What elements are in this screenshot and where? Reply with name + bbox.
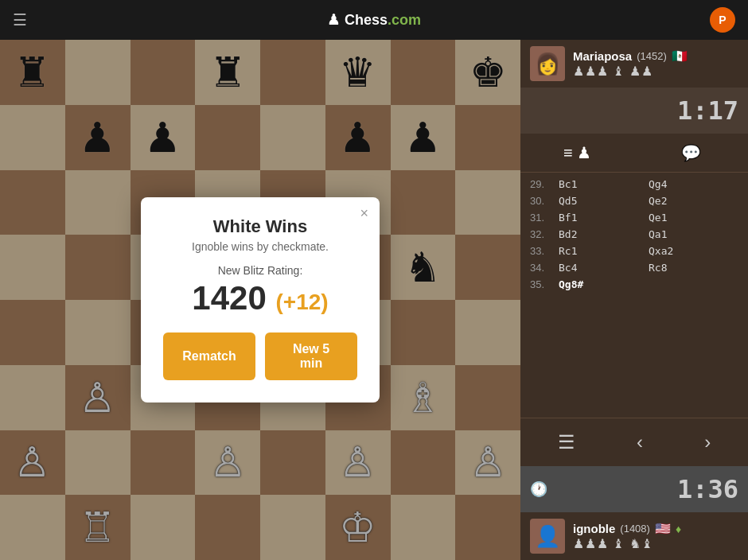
opponent-avatar: 👩: [530, 46, 565, 81]
player-avatar: 👤: [530, 519, 565, 554]
modal-title: White Wins: [163, 216, 357, 237]
move-white: Bc1: [559, 178, 649, 190]
moves-tab-icon: ≡ ♟: [563, 144, 591, 161]
player-name: ignoble: [573, 522, 615, 535]
rating-value: 1420 (+12): [163, 280, 357, 317]
move-number: 31.: [530, 212, 559, 224]
modal-subtitle: Ignoble wins by checkmate.: [163, 240, 357, 253]
nav-prev-button[interactable]: ‹: [627, 426, 653, 458]
move-row[interactable]: 35. Qg8#: [520, 276, 748, 293]
tab-moves[interactable]: ≡ ♟: [520, 138, 634, 167]
move-white: Bc4: [559, 262, 649, 274]
top-bar: ☰ ♟ Chess.com P: [0, 0, 748, 40]
timer-bottom-value: 1:36: [554, 474, 738, 504]
move-number: 35.: [530, 278, 559, 290]
move-black: Qa1: [649, 228, 738, 240]
timer-top-value: 1:17: [677, 95, 738, 126]
timer-top: 1:17: [520, 88, 748, 134]
move-white: Bf1: [559, 212, 649, 224]
right-panel: 👩 Mariaposa (1452) 🇲🇽 ♟♟♟ ♝ ♟♟ 1:17 ≡ ♟ …: [520, 40, 748, 560]
tab-chat[interactable]: 💬: [634, 138, 748, 167]
rematch-button[interactable]: Rematch: [163, 332, 255, 380]
logo: ♟ Chess.com: [327, 11, 421, 29]
move-black: Qxa2: [649, 245, 738, 257]
move-white: Rc1: [559, 245, 649, 257]
opponent-info: 👩 Mariaposa (1452) 🇲🇽 ♟♟♟ ♝ ♟♟: [520, 40, 748, 88]
menu-icon[interactable]: ☰: [13, 10, 27, 29]
opponent-name: Mariaposa: [573, 49, 632, 63]
move-black: Qe2: [649, 195, 738, 207]
timer-bottom: 🕐 1:36: [520, 466, 748, 512]
rating-label: New Blitz Rating:: [163, 264, 357, 277]
nav-list-button[interactable]: ☰: [548, 426, 585, 458]
move-number: 32.: [530, 228, 559, 240]
modal-buttons: Rematch New 5 min: [163, 332, 357, 380]
move-white: Bd2: [559, 228, 649, 240]
main-layout: ♜♜♛♚♟♟♟♟♟♞♙♙♗♙♙♙♙♖♔ × White Wins Ignoble…: [0, 40, 748, 560]
rating-change: (+12): [275, 290, 328, 314]
player-flag: 🇺🇸: [655, 521, 671, 536]
opponent-rating: (1452): [637, 50, 667, 62]
logo-text: Chess.com: [345, 12, 421, 29]
opponent-name-rating: Mariaposa (1452) 🇲🇽 ♟♟♟ ♝ ♟♟: [573, 49, 738, 79]
chat-tab-icon: 💬: [681, 144, 701, 161]
move-black: Qe1: [649, 212, 738, 224]
nav-next-button[interactable]: ›: [695, 426, 720, 458]
moves-tabs: ≡ ♟ 💬: [520, 134, 748, 173]
move-row[interactable]: 31. Bf1 Qe1: [520, 209, 748, 226]
player-name-rating: ignoble (1408) 🇺🇸 ♦ ♟♟♟ ♝ ♞♝: [573, 521, 738, 551]
move-number: 33.: [530, 245, 559, 257]
move-white: Qd5: [559, 195, 649, 207]
game-result-modal: × White Wins Ignoble wins by checkmate. …: [141, 197, 380, 402]
board-area: ♜♜♛♚♟♟♟♟♟♞♙♙♗♙♙♙♙♖♔ × White Wins Ignoble…: [0, 40, 520, 560]
move-row[interactable]: 34. Bc4 Rc8: [520, 259, 748, 276]
move-number: 29.: [530, 178, 559, 190]
moves-list: 29. Bc1 Qg4 30. Qd5 Qe2 31. Bf1 Qe1 32. …: [520, 173, 748, 418]
opponent-pieces: ♟♟♟ ♝ ♟♟: [573, 64, 738, 79]
move-black: Rc8: [649, 262, 738, 274]
move-row[interactable]: 33. Rc1 Qxa2: [520, 243, 748, 259]
opponent-flag: 🇲🇽: [672, 49, 688, 64]
clock-icon: 🕐: [530, 480, 547, 498]
move-number: 34.: [530, 262, 559, 274]
move-white: Qg8#: [559, 278, 649, 290]
player-pieces: ♟♟♟ ♝ ♞♝: [573, 536, 738, 551]
move-black: Qg4: [649, 178, 738, 190]
modal-close-button[interactable]: ×: [360, 205, 368, 222]
modal-overlay: × White Wins Ignoble wins by checkmate. …: [0, 40, 520, 560]
player-rating: (1408): [620, 523, 650, 535]
new-game-button[interactable]: New 5 min: [265, 332, 357, 380]
player-info: 👤 ignoble (1408) 🇺🇸 ♦ ♟♟♟ ♝ ♞♝: [520, 512, 748, 560]
player-diamond-icon: ♦: [676, 523, 681, 535]
move-row[interactable]: 29. Bc1 Qg4: [520, 176, 748, 192]
nav-buttons: ☰ ‹ ›: [520, 418, 748, 466]
user-avatar[interactable]: P: [710, 7, 735, 33]
logo-icon: ♟: [327, 11, 340, 29]
move-row[interactable]: 30. Qd5 Qe2: [520, 192, 748, 209]
move-number: 30.: [530, 195, 559, 207]
move-row[interactable]: 32. Bd2 Qa1: [520, 226, 748, 243]
